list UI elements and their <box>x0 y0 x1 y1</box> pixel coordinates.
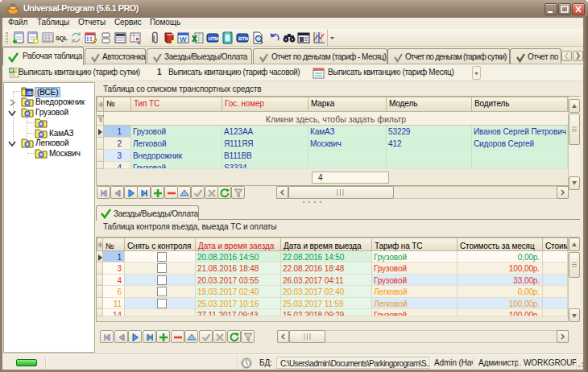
svg-text:BTN: BTN <box>238 36 248 41</box>
svg-text:HTM: HTM <box>209 36 219 41</box>
svg-text:db: db <box>27 90 33 96</box>
svg-text:SQL: SQL <box>56 35 68 42</box>
svg-text:W: W <box>180 35 187 43</box>
